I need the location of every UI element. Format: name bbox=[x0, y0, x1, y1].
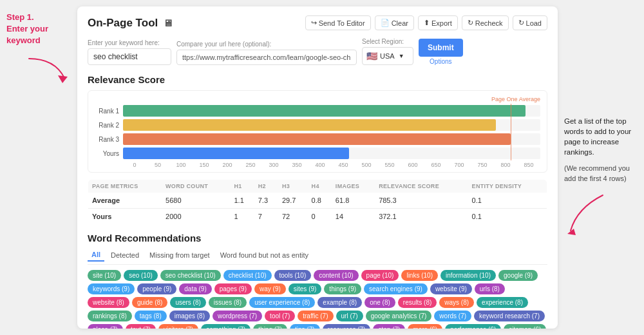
word-tag[interactable]: ways (8) bbox=[439, 297, 474, 308]
word-tag[interactable]: example (8) bbox=[317, 297, 362, 308]
word-tag[interactable]: resources (7) bbox=[323, 324, 371, 329]
send-to-editor-button[interactable]: ↪ Send To Editor bbox=[305, 15, 371, 30]
word-tag[interactable]: seo checklist (10) bbox=[160, 270, 221, 281]
metrics-cell: 72 bbox=[278, 209, 308, 225]
bar-row: Rank 1 bbox=[95, 105, 540, 117]
step-line1: Step 1. bbox=[6, 12, 34, 22]
word-tag[interactable]: words (7) bbox=[434, 311, 471, 321]
recheck-button[interactable]: ↻ Recheck bbox=[462, 15, 509, 30]
word-tag[interactable]: more (6) bbox=[408, 324, 442, 329]
clear-button[interactable]: 📄 Clear bbox=[375, 15, 414, 30]
word-tag[interactable]: things (9) bbox=[324, 283, 361, 294]
word-tag[interactable]: search engines (9) bbox=[364, 283, 428, 294]
tab-detected[interactable]: Detected bbox=[107, 249, 143, 262]
word-tag[interactable]: issues (8) bbox=[209, 297, 247, 308]
tab-all[interactable]: All bbox=[88, 249, 104, 262]
submit-wrap: Submit Options bbox=[419, 39, 463, 65]
word-tag[interactable]: google analytics (7) bbox=[366, 311, 432, 321]
clear-icon: 📄 bbox=[381, 19, 390, 27]
url-label: Compare your url here (optional): bbox=[176, 41, 357, 48]
word-tag[interactable]: rankings (8) bbox=[88, 311, 132, 321]
metrics-cell: 1.1 bbox=[231, 193, 254, 209]
page-title: On-Page Tool bbox=[88, 17, 158, 30]
word-tag[interactable]: people (9) bbox=[137, 283, 176, 294]
word-tag[interactable]: step (7) bbox=[373, 324, 405, 329]
metrics-cell: Average bbox=[88, 193, 162, 209]
tab-word-found-but-not-as-entity[interactable]: Word found but not as entity bbox=[216, 249, 312, 262]
right-annotation: Get a list of the top words to add to yo… bbox=[560, 0, 644, 335]
word-tag[interactable]: keywords (9) bbox=[88, 283, 135, 294]
word-tag[interactable]: something (7) bbox=[201, 324, 251, 329]
metrics-row: Average56801.17.329.70.861.8785.30.1 bbox=[88, 193, 547, 209]
metrics-row: Yours20001772014372.10.1 bbox=[88, 209, 547, 225]
metrics-col-header: RELEVANCE SCORE bbox=[375, 180, 468, 193]
metrics-col-header: WORD COUNT bbox=[162, 180, 230, 193]
export-button[interactable]: ⬆ Export bbox=[418, 15, 458, 30]
word-tag[interactable]: experience (8) bbox=[477, 297, 528, 308]
word-tag[interactable]: guide (8) bbox=[132, 297, 167, 308]
url-input[interactable] bbox=[176, 50, 357, 65]
bar-row: Yours bbox=[95, 148, 540, 159]
word-tag[interactable]: website (8) bbox=[88, 297, 129, 308]
word-tag[interactable]: checklist (10) bbox=[223, 270, 272, 281]
word-tag[interactable]: website (9) bbox=[430, 283, 472, 294]
word-tag[interactable]: tools (10) bbox=[274, 270, 312, 281]
word-tag[interactable]: site (10) bbox=[88, 270, 121, 281]
metrics-cell: 1 bbox=[231, 209, 254, 225]
word-tag[interactable]: user experience (8) bbox=[249, 297, 315, 308]
metrics-col-header: PAGE METRICS bbox=[88, 180, 162, 193]
word-tag[interactable]: pages (9) bbox=[214, 283, 252, 294]
word-tag[interactable]: keyword research (7) bbox=[474, 311, 545, 321]
word-tag[interactable]: tags (8) bbox=[135, 311, 167, 321]
keyword-input[interactable] bbox=[88, 48, 171, 65]
tab-missing-from-target[interactable]: Missing from target bbox=[146, 249, 214, 262]
word-recommendations-section: Word Recommendations AllDetectedMissing … bbox=[88, 233, 547, 329]
word-tag[interactable]: traffic (7) bbox=[298, 311, 333, 321]
bar-row: Rank 2 bbox=[95, 119, 540, 131]
word-tag[interactable]: data (9) bbox=[179, 283, 211, 294]
metrics-cell: 5680 bbox=[162, 193, 230, 209]
right-arrow bbox=[564, 189, 640, 244]
word-tag[interactable]: google (9) bbox=[498, 270, 538, 281]
word-tag[interactable]: users (8) bbox=[170, 297, 205, 308]
word-tag[interactable]: performance (6) bbox=[445, 324, 501, 329]
word-tag[interactable]: results (8) bbox=[398, 297, 437, 308]
x-tick: 400 bbox=[308, 162, 332, 168]
region-select[interactable]: 🇺🇸 USA ▼ bbox=[362, 47, 413, 65]
word-tag[interactable]: url (7) bbox=[336, 311, 363, 321]
flag-icon: 🇺🇸 bbox=[366, 51, 377, 61]
metrics-cell: 7 bbox=[254, 209, 278, 225]
word-tag[interactable]: images (8) bbox=[169, 311, 210, 321]
word-tag[interactable]: urls (8) bbox=[475, 283, 505, 294]
load-button[interactable]: ↻ Load bbox=[513, 15, 547, 30]
word-tag[interactable]: way (9) bbox=[254, 283, 286, 294]
word-tag[interactable]: place (7) bbox=[88, 324, 123, 329]
metrics-cell: 372.1 bbox=[375, 209, 468, 225]
options-link[interactable]: Options bbox=[430, 58, 451, 65]
word-tag[interactable]: sites (9) bbox=[289, 283, 322, 294]
svg-marker-1 bbox=[567, 229, 576, 235]
x-tick: 100 bbox=[169, 162, 193, 168]
bar-track bbox=[123, 105, 540, 117]
word-tag[interactable]: tool (7) bbox=[265, 311, 295, 321]
bar-label: Rank 1 bbox=[95, 108, 119, 115]
metrics-col-header: IMAGES bbox=[332, 180, 375, 193]
word-tag[interactable]: wordpress (7) bbox=[213, 311, 262, 321]
word-tag[interactable]: content (10) bbox=[314, 270, 358, 281]
word-tag[interactable]: sitemap (6) bbox=[504, 324, 546, 329]
submit-button[interactable]: Submit bbox=[419, 39, 463, 57]
word-tag[interactable]: links (10) bbox=[401, 270, 438, 281]
bar-label: Rank 3 bbox=[95, 136, 119, 143]
word-tag[interactable]: one (8) bbox=[365, 297, 395, 308]
word-recs-title: Word Recommendations bbox=[88, 233, 547, 244]
step-line2: Enter your keyword bbox=[6, 24, 48, 45]
word-tag[interactable]: tips (7) bbox=[290, 324, 320, 329]
word-tag[interactable]: information (10) bbox=[440, 270, 496, 281]
word-tag[interactable]: text (7) bbox=[126, 324, 156, 329]
x-tick: 750 bbox=[471, 162, 494, 168]
word-tag[interactable]: thing (7) bbox=[253, 324, 287, 329]
word-tag[interactable]: seo (10) bbox=[124, 270, 158, 281]
word-tag[interactable]: visitors (7) bbox=[158, 324, 198, 329]
word-tag[interactable]: page (10) bbox=[361, 270, 399, 281]
left-arrow bbox=[16, 52, 72, 93]
